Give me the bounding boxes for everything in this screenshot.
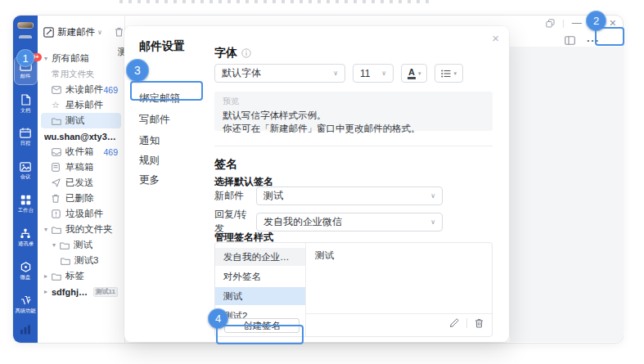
reading-pane [510, 47, 624, 342]
account-row-wushan[interactable]: wu.shan@xty321.... [41, 128, 121, 144]
preview-label: 预览 [223, 96, 484, 107]
signature-section-heading: 签名 [214, 157, 237, 172]
panel-footer-divider [306, 313, 492, 314]
new-mail-label: 新邮件 [214, 189, 256, 203]
signature-item-external[interactable]: 对外签名 [215, 267, 305, 285]
folder-group-all[interactable]: ▾ 所有邮箱 [41, 51, 121, 66]
popout-icon[interactable] [546, 19, 555, 28]
folder-pane: 新建邮件 ∨ ▾ 所有邮箱 常用文件夹 未读邮件 [38, 16, 125, 343]
section-divider [214, 146, 493, 146]
folder-test-selected[interactable]: 测试 [41, 113, 121, 128]
account-tag: 测试11 [93, 287, 118, 297]
draft-icon [52, 163, 61, 172]
junk-icon [52, 209, 61, 218]
folder-myfolders[interactable]: ▾ 我的文件夹 [41, 222, 121, 237]
reply-signature-select[interactable]: 发自我的企业微信 ∨ [256, 213, 443, 231]
rail-item-advanced[interactable]: 高级功能 [15, 291, 37, 319]
folder-drafts[interactable]: 草稿箱 [41, 160, 121, 175]
minimize-button[interactable]: — [572, 18, 582, 28]
folder-myfolders-test[interactable]: ▾ 测试 [41, 237, 121, 253]
docs-icon [20, 94, 31, 106]
folder-subheader-common: 常用文件夹 [41, 66, 121, 82]
rail-item-contacts[interactable]: 通讯录 [15, 224, 37, 252]
folder-icon [61, 257, 70, 265]
trash-icon [52, 194, 61, 203]
nav-rules[interactable]: 规则 [139, 154, 160, 168]
modal-title: 邮件设置 [139, 39, 185, 54]
contacts-icon [20, 228, 31, 239]
folder-myfolders-test3[interactable]: 测试3 [41, 253, 121, 268]
font-family-select[interactable]: 默认字体 ∨ [214, 64, 345, 83]
edit-signature-icon[interactable] [449, 318, 459, 328]
folder-list: ▾ 所有邮箱 常用文件夹 未读邮件 469 ☆ 星标邮件 [38, 40, 124, 299]
chevron-down-icon: ∨ [424, 218, 435, 226]
delete-mail-icon[interactable] [115, 27, 124, 37]
signature-item-test[interactable]: 测试 [215, 287, 305, 305]
titlebar-divider: | [562, 18, 565, 28]
workspace-icon [20, 195, 31, 205]
step-3-highlight-rect [130, 81, 203, 101]
chevron-down-icon: ∨ [375, 70, 386, 77]
nav-compose-mail[interactable]: 写邮件 [139, 113, 170, 127]
stats-icon[interactable] [20, 325, 31, 335]
send-icon [52, 178, 61, 187]
reading-layout-icon[interactable] [565, 36, 575, 45]
folder-unread[interactable]: 未读邮件 469 [41, 82, 121, 97]
cropped-text-fragment [119, 0, 430, 3]
folder-icon [52, 226, 61, 234]
step-3-marker: 3 [126, 59, 149, 82]
chevron-down-icon: ∨ [424, 192, 435, 200]
account-row-sdfghjl[interactable]: ▸ sdfghjl@xt... 测试11 [41, 284, 121, 299]
font-preview-box: 预览 默认写信字体样式示例。 你还可在「新建邮件」窗口中更改邮件的格式。 [214, 92, 493, 131]
rail-hidden-icon [19, 35, 32, 38]
compose-button[interactable]: 新建邮件 [57, 26, 95, 38]
signature-manager-panel: 发自我的企业微信 对外签名 测试 测试2 测试 创建签名 [214, 242, 493, 337]
step-2-highlight-rect [595, 27, 624, 46]
chevron-down-icon: ∨ [327, 70, 338, 77]
folder-deleted[interactable]: 已删除 [41, 191, 121, 206]
delete-signature-icon[interactable] [475, 318, 484, 328]
chevron-down-icon: ▾ [453, 70, 457, 77]
nav-notifications[interactable]: 通知 [139, 134, 160, 148]
preview-line2: 你还可在「新建邮件」窗口中更改邮件的格式。 [223, 123, 484, 135]
list-icon [441, 70, 451, 78]
folder-starred[interactable]: ☆ 星标邮件 [41, 97, 121, 113]
rail-item-calendar[interactable]: 日程 [15, 124, 37, 151]
step-4-highlight-rect [216, 325, 304, 344]
list-format-button[interactable]: ▾ [435, 64, 463, 83]
font-section-heading: 字体 [214, 46, 237, 61]
footer-divider [466, 318, 467, 328]
label-folder-icon [52, 272, 61, 281]
avatar[interactable] [17, 22, 34, 29]
font-color-button[interactable]: A ▾ [401, 64, 427, 83]
signature-item-wecom[interactable]: 发自我的企业微信 [215, 248, 305, 266]
rail-item-workspace[interactable]: 工作台 [15, 191, 37, 218]
font-size-select[interactable]: 11 ∨ [353, 64, 394, 83]
compose-icon[interactable] [43, 27, 54, 38]
signature-preview-text: 测试 [315, 249, 334, 262]
advanced-features-icon [20, 295, 31, 306]
folder-junk[interactable]: 垃圾邮件 [41, 206, 121, 222]
nav-more[interactable]: 更多 [139, 173, 160, 187]
folder-sent[interactable]: 已发送 [41, 175, 121, 191]
rail-item-docs[interactable]: 文档 [15, 90, 37, 118]
star-icon: ☆ [52, 101, 61, 110]
folder-icon [52, 117, 61, 125]
inbox-icon [52, 148, 61, 156]
chevron-down-icon: ▾ [418, 70, 421, 77]
preview-line1: 默认写信字体样式示例。 [223, 110, 484, 122]
info-icon[interactable] [241, 48, 251, 58]
new-mail-signature-select[interactable]: 测试 ∨ [256, 186, 443, 205]
mail-settings-modal: × 邮件设置 绑定邮箱 写邮件 通知 规则 更多 字体 默认字体 ∨ 11 ∨ [124, 26, 509, 342]
folder-labels[interactable]: ▸ 标签 [41, 268, 121, 284]
rail-item-meeting[interactable]: 会议 [15, 157, 37, 185]
rail-item-drive[interactable]: 微盘 [15, 258, 37, 285]
folder-inbox[interactable]: 收件箱 469 [41, 144, 121, 160]
inbox-count: 469 [103, 147, 118, 157]
step-1-marker: 1 [16, 49, 34, 67]
screenshot-root: | — × ··· 99+ 邮件 [0, 0, 644, 364]
folder-icon [60, 241, 70, 249]
compose-dropdown-caret[interactable]: ∨ [97, 29, 102, 36]
mail-unread-icon [52, 86, 61, 94]
meeting-icon [20, 162, 31, 172]
